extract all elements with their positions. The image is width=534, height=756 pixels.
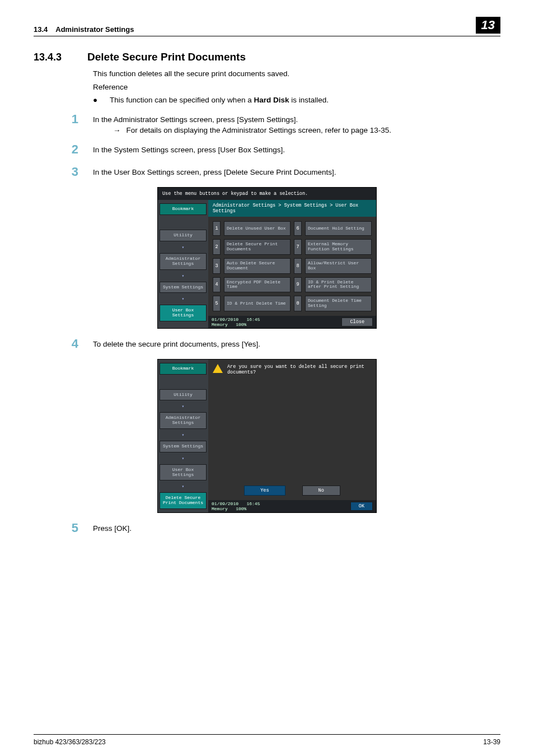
step-number-1: 1	[67, 112, 78, 134]
utility-button[interactable]: Utility	[160, 230, 207, 241]
step-4-text: To delete the secure print documents, pr…	[93, 337, 500, 351]
step-5-text: Press [OK].	[93, 521, 500, 535]
step-number-3: 3	[67, 165, 78, 179]
footer-page-number: 13-39	[483, 738, 500, 746]
nav-arrow-icon: ▾	[160, 273, 207, 278]
menu-key-5[interactable]: 5	[213, 296, 221, 311]
bullet-text-bold: Hard Disk	[254, 96, 289, 104]
admin-settings-button[interactable]: Administrator Settings	[160, 253, 207, 270]
nav-arrow-icon: ▾	[160, 404, 207, 409]
bookmark-button[interactable]: Bookmark	[160, 203, 207, 215]
bullet-text-pre: This function can be specified only when…	[110, 96, 254, 104]
intro-text: This function deletes all the secure pri…	[93, 69, 500, 79]
bullet-text-post: is installed.	[289, 96, 329, 104]
system-settings-button[interactable]: System Settings	[160, 441, 207, 452]
menu-key-3[interactable]: 3	[213, 258, 221, 274]
running-header: 13.4 Administrator Settings 13	[34, 17, 500, 36]
panel-instruction: Use the menu buttons or keypad to make a…	[158, 188, 376, 200]
status-date: 01/09/2010	[212, 501, 238, 506]
reference-label: Reference	[93, 82, 500, 92]
step-1-subtext: For details on displaying the Administra…	[127, 126, 392, 134]
menu-external-memory-function-settings[interactable]: External Memory Function Settings	[305, 239, 372, 255]
menu-key-0[interactable]: 0	[294, 296, 302, 311]
status-time: 16:45	[246, 317, 260, 322]
page-footer: bizhub 423/363/283/223 13-39	[34, 734, 500, 746]
menu-key-7[interactable]: 7	[294, 239, 302, 255]
menu-key-6[interactable]: 6	[294, 221, 302, 236]
no-button[interactable]: No	[302, 486, 340, 496]
menu-key-9[interactable]: 9	[294, 277, 302, 293]
menu-key-8[interactable]: 8	[294, 258, 302, 274]
step-1-text: In the Administrator Settings screen, pr…	[93, 115, 500, 124]
side-nav: Bookmark Utility ▾ Administrator Setting…	[158, 360, 208, 512]
bullet-icon: ●	[93, 96, 96, 104]
menu-id-print-delete-after-print[interactable]: ID & Print Delete after Print Setting	[305, 277, 372, 293]
nav-arrow-icon: ▾	[160, 432, 207, 437]
bookmark-button[interactable]: Bookmark	[160, 363, 207, 375]
yes-button[interactable]: Yes	[244, 486, 285, 496]
status-memory-value: 100%	[236, 506, 246, 511]
status-date: 01/09/2010	[212, 317, 238, 322]
menu-delete-unused-user-box[interactable]: Delete Unused User Box	[224, 221, 291, 236]
menu-auto-delete-secure-document[interactable]: Auto Delete Secure Document	[224, 258, 291, 274]
step-3-text: In the User Box Settings screen, press […	[93, 165, 500, 179]
status-memory-value: 100%	[236, 322, 246, 327]
nav-arrow-icon: ▾	[160, 296, 207, 301]
breadcrumb: Administrator Settings > System Settings…	[208, 200, 376, 217]
status-memory-label: Memory	[212, 506, 228, 511]
menu-key-1[interactable]: 1	[213, 221, 221, 236]
menu-allow-restrict-user-box[interactable]: Allow/Restrict User Box	[305, 258, 372, 274]
nav-arrow-icon: ▾	[160, 456, 207, 461]
side-nav: Bookmark Utility ▾ Administrator Setting…	[158, 200, 208, 328]
warning-icon	[213, 364, 223, 373]
menu-document-delete-time-setting[interactable]: Document Delete Time Setting	[305, 296, 372, 311]
close-button[interactable]: Close	[341, 318, 373, 326]
step-number-5: 5	[67, 521, 78, 535]
menu-delete-secure-print-documents[interactable]: Delete Secure Print Documents	[224, 239, 291, 255]
menu-key-4[interactable]: 4	[213, 277, 221, 293]
step-number-4: 4	[67, 337, 78, 351]
menu-encrypted-pdf-delete-time[interactable]: Encrypted PDF Delete Time	[224, 277, 291, 293]
user-box-settings-button[interactable]: User Box Settings	[160, 464, 207, 481]
utility-button[interactable]: Utility	[160, 389, 207, 401]
header-section-title: Administrator Settings	[55, 25, 134, 34]
status-info: 01/09/2010 16:45 Memory 100%	[212, 501, 260, 511]
delete-secure-print-documents-button[interactable]: Delete Secure Print Documents	[160, 492, 207, 509]
ok-button[interactable]: OK	[350, 502, 373, 511]
admin-settings-button[interactable]: Administrator Settings	[160, 412, 207, 429]
status-memory-label: Memory	[212, 322, 228, 327]
menu-key-2[interactable]: 2	[213, 239, 221, 255]
menu-document-hold-setting[interactable]: Document Hold Setting	[305, 221, 372, 236]
nav-arrow-icon: ▾	[160, 484, 207, 489]
arrow-icon: →	[113, 126, 121, 134]
status-info: 01/09/2010 16:45 Memory 100%	[212, 317, 260, 327]
user-box-settings-button[interactable]: User Box Settings	[160, 305, 207, 321]
step-number-2: 2	[67, 142, 78, 157]
footer-model: bizhub 423/363/283/223	[34, 738, 106, 746]
status-time: 16:45	[246, 501, 260, 506]
menu-id-print-delete-time[interactable]: ID & Print Delete Time	[224, 296, 291, 311]
confirm-message: Are you sure you want to delete all secu…	[227, 364, 372, 375]
subsection-title: Delete Secure Print Documents	[87, 51, 246, 63]
chapter-chip: 13	[476, 17, 500, 34]
screenshot-user-box-settings: Use the menu buttons or keypad to make a…	[157, 187, 377, 328]
subsection-number: 13.4.3	[34, 52, 73, 63]
header-section-ref: 13.4	[34, 25, 48, 34]
screenshot-confirm-delete: Bookmark Utility ▾ Administrator Setting…	[157, 359, 377, 513]
system-settings-button[interactable]: System Settings	[160, 282, 207, 293]
reference-bullet: ● This function can be specified only wh…	[93, 96, 500, 104]
step-2-text: In the System Settings screen, press [Us…	[93, 142, 500, 157]
nav-arrow-icon: ▾	[160, 245, 207, 250]
